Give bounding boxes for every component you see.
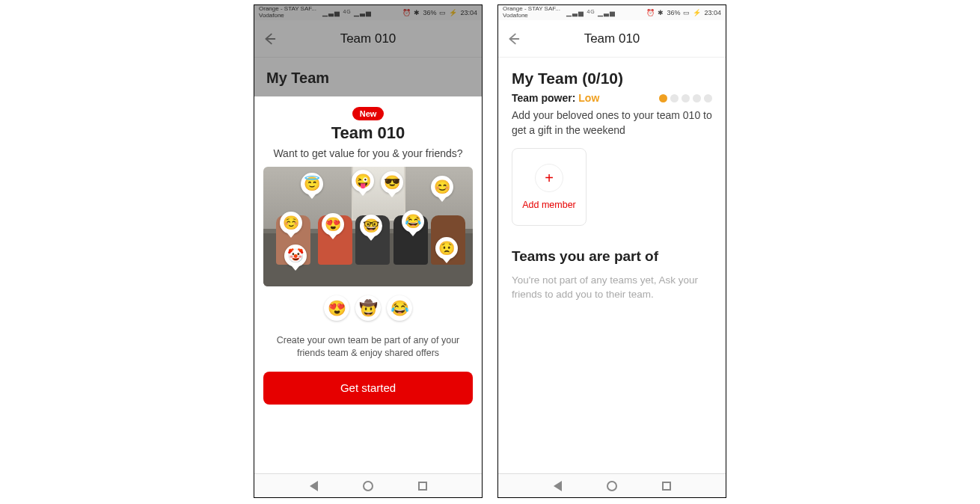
status-bar: Orange - STAY SAF... Vodafone ▁▃▅ 4G ▁▃▅… (498, 5, 726, 20)
chip-lol-icon: 😂 (387, 295, 412, 321)
nav-home-icon[interactable] (607, 481, 617, 491)
power-dot-icon (704, 94, 712, 102)
nav-back-icon[interactable] (310, 481, 318, 491)
power-dot-icon (670, 94, 679, 102)
emoji-cool-icon: 😎 (381, 171, 403, 194)
emoji-heart-eyes-icon: 😍 (322, 213, 344, 236)
page-header: Team 010 (498, 20, 726, 58)
team-power-label: Team power: (512, 92, 575, 104)
modal-backdrop[interactable] (254, 5, 482, 96)
emoji-nerd-icon: 🤓 (360, 215, 382, 237)
emoji-halo-icon: 😇 (301, 173, 323, 195)
battery-icon: ▭ (683, 9, 690, 16)
power-dot-icon (693, 94, 701, 102)
sheet-subtitle: Want to get value for you & your friends… (273, 147, 462, 159)
nav-home-icon[interactable] (363, 481, 373, 491)
emoji-clown-icon: 🤡 (284, 245, 307, 267)
android-nav-bar (254, 473, 482, 497)
signal-icon: ▁▃▅ 4G ▁▃▅ (566, 9, 616, 16)
power-dot-icon (659, 94, 667, 102)
bluetooth-icon: ✱ (658, 9, 664, 16)
sheet-title: Team 010 (331, 123, 405, 143)
teams-part-of-heading: Teams you are part of (512, 248, 712, 265)
phone-right: Orange - STAY SAF... Vodafone ▁▃▅ 4G ▁▃▅… (497, 4, 726, 498)
my-team-description: Add your beloved ones to your team 010 t… (512, 108, 712, 138)
charging-icon: ⚡ (693, 9, 701, 16)
emoji-lol-icon: 😂 (402, 210, 424, 233)
my-team-heading: My Team (0/10) (512, 70, 712, 87)
chip-heart-eyes-icon: 😍 (324, 295, 349, 321)
add-member-label: Add member (522, 200, 576, 210)
emoji-blush-icon: ☺️ (280, 212, 302, 234)
team-power-value: Low (578, 92, 599, 104)
teams-empty-text: You're not part of any teams yet, Ask yo… (512, 274, 712, 302)
chip-cowboy-icon: 🤠 (355, 295, 381, 321)
alarm-icon: ⏰ (646, 9, 655, 16)
power-dot-icon (682, 94, 690, 102)
hero-image: 😇 😜 😎 😊 ☺️ 😍 🤓 😂 🤡 😟 (263, 167, 473, 286)
android-nav-bar (498, 473, 726, 497)
battery-percent: 36% (667, 9, 680, 16)
team-power-dots (659, 94, 712, 102)
add-member-card[interactable]: + Add member (512, 148, 587, 226)
plus-icon: + (535, 164, 563, 192)
phone-left: Orange - STAY SAF... Vodafone ▁▃▅ 4G ▁▃▅… (254, 4, 483, 498)
nav-back-icon[interactable] (554, 481, 562, 491)
nav-recent-icon[interactable] (662, 482, 671, 491)
carrier-2: Vodafone (503, 13, 560, 19)
emoji-smile-icon: 😊 (431, 176, 453, 198)
emoji-worry-icon: 😟 (435, 237, 458, 259)
get-started-button[interactable]: Get started (263, 372, 473, 405)
emoji-chip-row: 😍 🤠 😂 (324, 295, 412, 321)
sheet-body: Create your own team be part of any of y… (262, 334, 474, 360)
new-badge: New (352, 107, 385, 120)
clock: 23:04 (704, 9, 721, 16)
header-title: Team 010 (498, 31, 726, 46)
team-power-row: Team power: Low (512, 92, 712, 104)
nav-recent-icon[interactable] (418, 482, 427, 491)
emoji-tongue-icon: 😜 (352, 170, 374, 192)
onboarding-sheet: New Team 010 Want to get value for you &… (254, 96, 482, 473)
